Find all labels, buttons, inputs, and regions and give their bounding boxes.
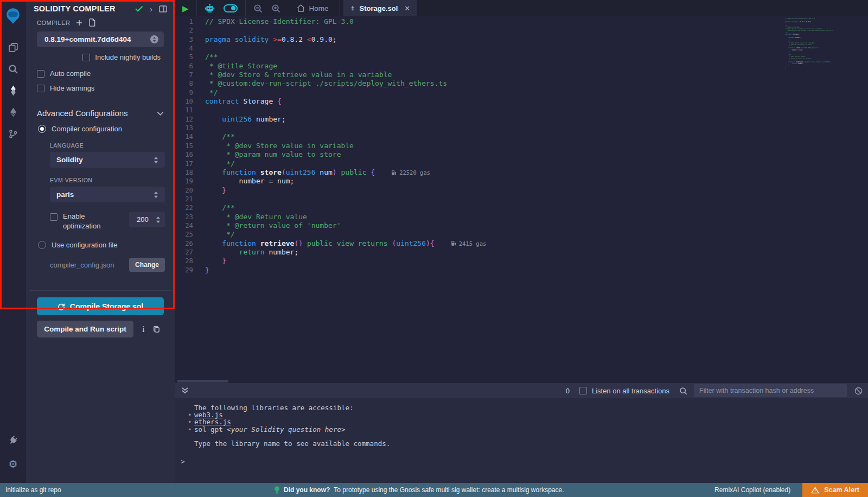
- init-git-repo-button[interactable]: Initialize as git repo: [5, 486, 61, 494]
- use-config-file-radio[interactable]: [38, 241, 46, 249]
- copilot-toggle[interactable]: [219, 0, 242, 16]
- git-icon[interactable]: [0, 124, 26, 144]
- line-number: 9: [175, 88, 205, 97]
- remixai-copilot-button[interactable]: [200, 0, 219, 16]
- compile-button[interactable]: Compile Storage.sol: [37, 297, 164, 315]
- code-text: * @dev Return value: [205, 213, 307, 221]
- settings-gear-icon[interactable]: ⚙: [0, 454, 26, 474]
- zoom-in-button[interactable]: [267, 0, 285, 16]
- panel-title: SOLIDITY COMPILER: [34, 4, 129, 13]
- code-line: 27 return number;: [175, 248, 486, 257]
- language-label: LANGUAGE: [50, 142, 175, 149]
- lightbulb-icon: [274, 486, 280, 494]
- advanced-configurations-title: Advanced Configurations: [37, 109, 128, 118]
- compiler-configuration-radio[interactable]: [38, 125, 46, 133]
- play-icon: ▶: [182, 4, 189, 12]
- code-text: }: [205, 266, 209, 275]
- nightly-builds-checkbox[interactable]: [82, 54, 90, 61]
- evm-version-value: paris: [56, 190, 74, 199]
- gas-pump-icon: [391, 170, 397, 176]
- line-number: 8: [175, 79, 205, 88]
- scam-alert-button[interactable]: Scam Alert: [802, 483, 868, 497]
- terminal-text-italic: <your Solidity question here>: [227, 425, 345, 434]
- gas-estimate[interactable]: 2415 gas: [451, 239, 487, 248]
- gas-estimate[interactable]: 22520 gas: [391, 168, 430, 177]
- listen-transactions-checkbox[interactable]: [579, 387, 587, 394]
- code-text: * @custom:dev-run-script ./scripts/deplo…: [205, 79, 447, 88]
- line-number: 18: [175, 168, 205, 177]
- change-config-button[interactable]: Change: [129, 258, 165, 272]
- code-text: uint256 number;: [205, 115, 286, 124]
- auto-compile-checkbox[interactable]: [37, 70, 44, 78]
- code-line: 14 /**: [175, 132, 486, 141]
- code-line: 9 */: [175, 88, 486, 97]
- code-text: function retrieve() public view returns …: [205, 239, 435, 248]
- minimap[interactable]: // SPDX-License-Identifier: GPL-3.0 prag…: [785, 18, 833, 68]
- line-number: 21: [175, 195, 205, 203]
- chevron-right-icon[interactable]: ›: [150, 5, 152, 13]
- compiler-version-value: 0.8.19+commit.7dd6d404: [44, 35, 131, 43]
- remix-logo-icon: [4, 7, 22, 26]
- compile-and-run-button[interactable]: Compile and Run script: [37, 321, 133, 337]
- advanced-configurations-header[interactable]: Advanced Configurations: [37, 109, 164, 118]
- plugin-manager-icon[interactable]: [0, 430, 26, 450]
- remix-ide-window: ⚙ SOLIDITY COMPILER › COMPILER 0.8.: [0, 0, 868, 497]
- code-line: 16 * @param num value to store: [175, 150, 486, 159]
- zoom-out-button[interactable]: [249, 0, 267, 16]
- code-text: */: [205, 230, 235, 239]
- search-icon[interactable]: [0, 59, 26, 79]
- warning-triangle-icon: [811, 487, 819, 494]
- copy-icon[interactable]: [153, 326, 160, 333]
- remix-logo-icon[interactable]: [0, 4, 26, 28]
- file-explorer-icon[interactable]: [0, 37, 26, 58]
- nightly-builds-row: Include nightly builds: [26, 53, 161, 61]
- auto-compile-label: Auto compile: [50, 69, 91, 78]
- run-script-button[interactable]: ▶: [178, 0, 193, 16]
- info-icon[interactable]: i: [142, 325, 144, 334]
- line-number: 4: [175, 44, 205, 53]
- solidity-compiler-panel: SOLIDITY COMPILER › COMPILER 0.8.19+comm…: [26, 0, 175, 483]
- solidity-compiler-icon[interactable]: [0, 80, 26, 101]
- enable-optimization-checkbox[interactable]: [50, 213, 58, 221]
- add-compiler-icon[interactable]: [76, 20, 82, 26]
- line-number: 3: [175, 35, 205, 44]
- scam-alert-label: Scam Alert: [824, 486, 859, 494]
- code-line: 1// SPDX-License-Identifier: GPL-3.0: [175, 17, 486, 26]
- code-text: * @dev Store value in variable: [205, 142, 354, 150]
- panel-header: SOLIDITY COMPILER ›: [26, 0, 175, 14]
- evm-version-select[interactable]: paris: [50, 187, 165, 202]
- copilot-status[interactable]: RemixAI Copilot (enabled): [714, 486, 790, 494]
- transaction-filter-input[interactable]: [694, 384, 847, 397]
- tab-home[interactable]: Home: [290, 0, 335, 16]
- hide-warnings-checkbox[interactable]: [37, 85, 44, 92]
- pin-panel-icon[interactable]: [159, 5, 167, 12]
- tab-storage-sol[interactable]: Storage.sol ✕: [343, 0, 417, 16]
- compiler-version-select[interactable]: 0.8.19+commit.7dd6d404: [37, 31, 164, 47]
- expand-terminal-icon[interactable]: [181, 387, 189, 394]
- toolbar-divider: [245, 0, 246, 16]
- language-select[interactable]: Solidity: [50, 152, 165, 168]
- use-config-file-row: Use configuration file: [38, 241, 175, 249]
- code-line: 2: [175, 26, 486, 35]
- terminal-text: sol-gpt: [194, 425, 227, 434]
- optimization-runs-input[interactable]: 200: [129, 212, 165, 227]
- icon-rail: ⚙: [0, 0, 26, 483]
- code-text: * @param num value to store: [205, 150, 341, 159]
- clear-console-icon[interactable]: [854, 387, 863, 395]
- code-line: 26 function retrieve() public view retur…: [175, 239, 486, 248]
- code-text: }: [205, 257, 226, 265]
- terminal[interactable]: The following libraries are accessible:•…: [175, 398, 868, 483]
- code-editor[interactable]: 1// SPDX-License-Identifier: GPL-3.023pr…: [175, 16, 868, 383]
- gear-icon: ⚙: [8, 459, 17, 469]
- updown-arrows-icon: [154, 191, 158, 199]
- code-text: * @dev Store & retrieve value in a varia…: [205, 71, 392, 79]
- line-number: 13: [175, 124, 205, 132]
- terminal-prompt[interactable]: >: [181, 458, 185, 465]
- code-line: 5/**: [175, 53, 486, 61]
- close-tab-icon[interactable]: ✕: [404, 4, 410, 12]
- line-number: 29: [175, 266, 205, 275]
- deploy-run-icon[interactable]: [0, 102, 26, 123]
- open-file-icon[interactable]: [88, 18, 96, 27]
- horizontal-scrollbar[interactable]: [177, 380, 228, 383]
- code-area[interactable]: 1// SPDX-License-Identifier: GPL-3.023pr…: [175, 17, 486, 275]
